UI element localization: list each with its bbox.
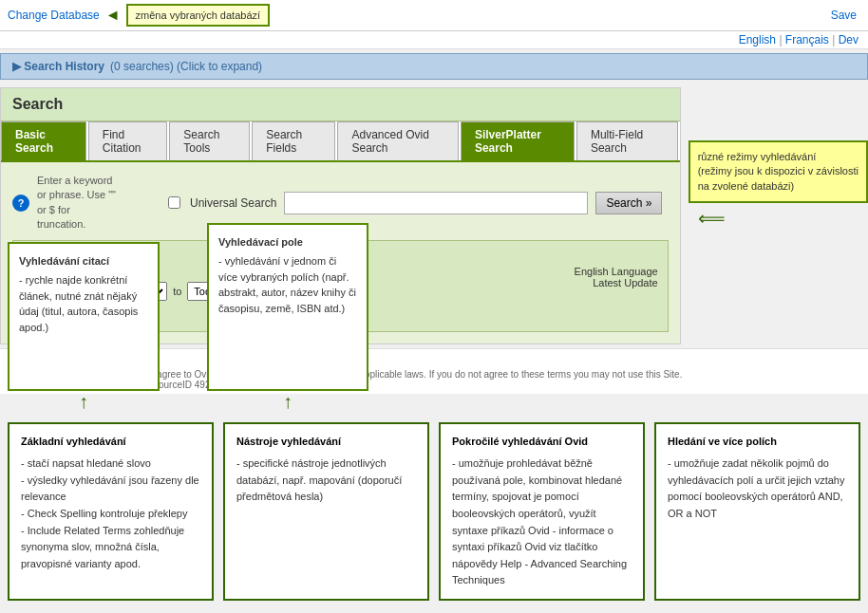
search-instruction-3: or $ for (37, 203, 160, 217)
tab-find-citation[interactable]: Find Citation (88, 121, 167, 160)
help-icon[interactable]: ? (12, 195, 29, 212)
bottom-box-basic: Základní vyhledávání - stačí napsat hled… (8, 422, 214, 601)
lang-english[interactable]: English (739, 33, 776, 46)
search-tabs: Basic Search Find Citation Search Tools … (1, 121, 680, 162)
top-right-annotation-text: různé režimy vyhledávání(režimy jsou k d… (698, 151, 859, 192)
top-right-annotation: různé režimy vyhledávání(režimy jsou k d… (689, 140, 868, 203)
tab-search-tools[interactable]: Search Tools (169, 121, 250, 160)
tab-search-fields[interactable]: Search Fields (252, 121, 335, 160)
bottom-box-tools: Nástroje vyhledávání - specifické nástro… (223, 422, 429, 601)
bottom-box-tools-text: - specifické nástroje jednotlivých datab… (236, 455, 416, 506)
search-title: Search (1, 88, 680, 121)
search-history-label: ▶ Search History (12, 60, 104, 73)
tab-multi-field[interactable]: Multi-Field Search (576, 121, 678, 160)
bottom-box-multifield: Hledání ve více polích - umožňuje zadat … (654, 422, 860, 601)
bottom-box-basic-title: Základní vyhledávání (21, 434, 200, 451)
searchfield-annotation: Vyhledávací pole - vyhledávání v jednom … (207, 223, 368, 391)
db-tooltip: změna vybraných databází (126, 4, 270, 27)
universal-search-checkbox[interactable] (168, 196, 180, 209)
citation-annotation: Vyhledávání citací - rychle najde konkré… (8, 242, 160, 391)
limits-english-language[interactable]: English Language (575, 266, 658, 277)
search-history-bar[interactable]: ▶ Search History (0 searches) (Click to … (0, 53, 868, 80)
bottom-box-multifield-text: - umožňuje zadat několik pojmů do vyhled… (668, 455, 847, 522)
tab-advanced-ovid[interactable]: Advanced Ovid Search (337, 121, 458, 160)
bottom-box-advanced-title: Pokročilé vyhledávání Ovid (452, 434, 632, 451)
citation-text: - rychle najde konkrétní článek, nutné z… (19, 272, 148, 335)
bottom-box-tools-title: Nástroje vyhledávání (236, 434, 416, 451)
search-instruction-2: or phrase. Use "" (37, 188, 160, 202)
search-history-detail: (0 searches) (Click to expand) (110, 60, 262, 73)
tab-basic-search[interactable]: Basic Search (1, 121, 86, 160)
citation-title: Vyhledávání citací (19, 253, 148, 269)
bottom-box-advanced-text: - umožňuje prohledávat běžně používaná p… (452, 455, 632, 589)
limits-latest-update[interactable]: Latest Update (575, 277, 658, 288)
tab-silverplatter[interactable]: SilverPlatter Search (461, 121, 575, 160)
search-instruction-4: truncation. (37, 217, 160, 232)
bottom-box-advanced: Pokročilé vyhledávání Ovid - umožňuje pr… (439, 422, 645, 601)
pub-date-to-label: to (173, 286, 181, 297)
bottom-box-multifield-title: Hledání ve více polích (668, 434, 847, 451)
change-database-link[interactable]: Change Database (8, 9, 100, 22)
searchfield-text: - vyhledávání v jednom či více vybraných… (218, 253, 357, 316)
search-input[interactable] (284, 192, 588, 214)
bottom-annotations: Základní vyhledávání - stačí napsat hled… (0, 413, 868, 610)
save-link[interactable]: Save (831, 9, 857, 22)
search-button[interactable]: Search » (595, 192, 662, 214)
universal-search-label: Universal Search (190, 196, 276, 210)
search-instruction-1: Enter a keyword (37, 174, 160, 188)
lang-dev[interactable]: Dev (839, 33, 859, 46)
arrow-right-icon: ◄ (105, 7, 121, 24)
bottom-box-basic-text: - stačí napsat hledané slovo - výsledky … (21, 455, 200, 572)
searchfield-title: Vyhledávací pole (218, 234, 357, 251)
lang-francais[interactable]: Français (785, 33, 829, 46)
